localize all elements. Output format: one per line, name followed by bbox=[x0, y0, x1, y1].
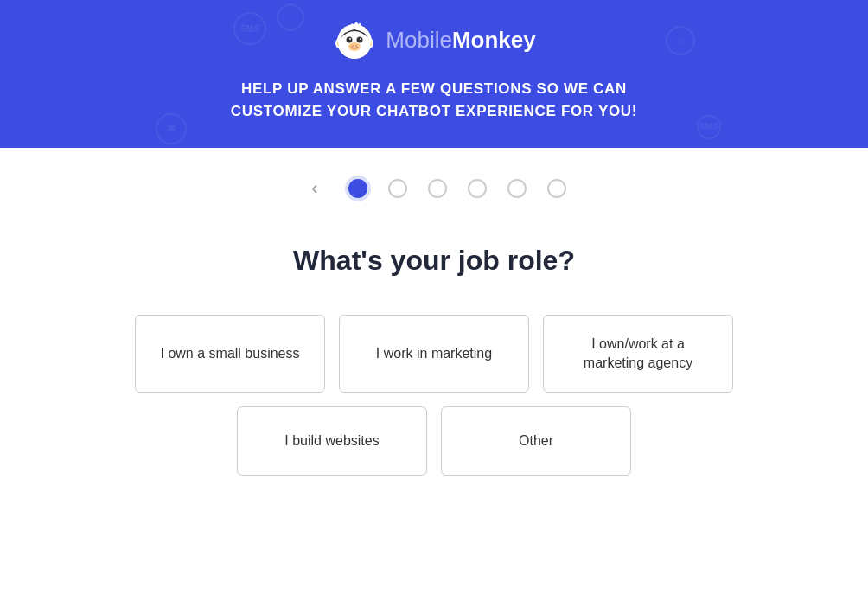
options-grid: I own a small business I work in marketi… bbox=[105, 315, 763, 476]
option-small-business[interactable]: I own a small business bbox=[135, 315, 325, 393]
svg-point-8 bbox=[349, 38, 351, 40]
logo-row: MobileMonkey bbox=[0, 17, 868, 62]
option-other[interactable]: Other bbox=[441, 406, 631, 476]
back-button[interactable]: ‹ bbox=[302, 176, 328, 201]
svg-point-9 bbox=[360, 38, 361, 40]
question-section: What's your job role? I own a small busi… bbox=[0, 210, 868, 476]
logo-text: MobileMonkey bbox=[386, 27, 535, 54]
option-build-websites[interactable]: I build websites bbox=[237, 406, 427, 476]
header-tagline: HELP UP ANSWER A FEW QUESTIONS SO WE CAN… bbox=[0, 78, 868, 124]
option-marketing-agency[interactable]: I own/work at a marketing agency bbox=[543, 315, 733, 393]
options-row-1: I own a small business I work in marketi… bbox=[105, 315, 763, 393]
steps-nav: ‹ bbox=[0, 148, 868, 210]
svg-point-12 bbox=[355, 45, 357, 47]
question-title: What's your job role? bbox=[293, 245, 575, 277]
header: SMS ☺ SMS ✉ bbox=[0, 0, 868, 148]
svg-point-11 bbox=[352, 45, 354, 47]
step-dot-3[interactable] bbox=[428, 179, 447, 198]
svg-point-10 bbox=[348, 42, 361, 51]
step-dot-4[interactable] bbox=[468, 179, 487, 198]
logo-text-bold: Monkey bbox=[452, 27, 536, 53]
svg-point-7 bbox=[357, 37, 363, 43]
step-dot-1[interactable] bbox=[348, 179, 367, 198]
step-dot-5[interactable] bbox=[507, 179, 527, 198]
logo-text-light: Mobile bbox=[386, 27, 452, 53]
logo-monkey-icon bbox=[332, 17, 377, 62]
tagline-line1: HELP UP ANSWER A FEW QUESTIONS SO WE CAN bbox=[35, 78, 833, 100]
step-dot-2[interactable] bbox=[388, 179, 407, 198]
option-marketing[interactable]: I work in marketing bbox=[339, 315, 529, 393]
options-row-2: I build websites Other bbox=[105, 406, 763, 476]
step-dot-6[interactable] bbox=[547, 179, 566, 198]
svg-point-6 bbox=[347, 37, 353, 43]
tagline-line2: CUSTOMIZE YOUR CHATBOT EXPERIENCE FOR YO… bbox=[35, 100, 833, 123]
